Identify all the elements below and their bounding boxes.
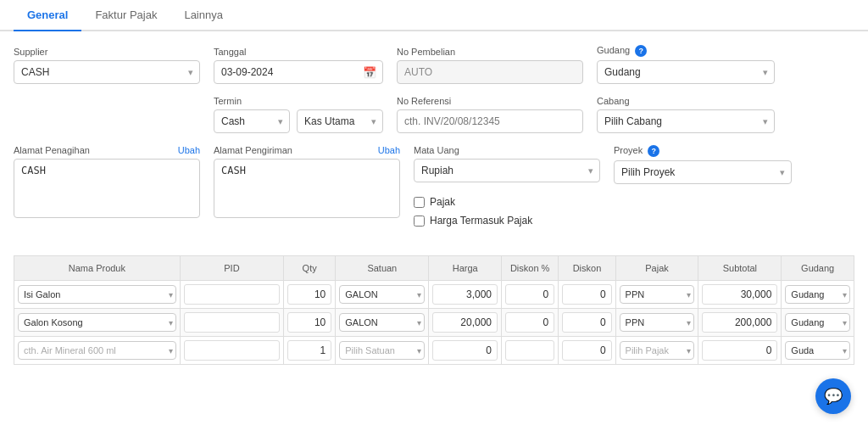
row1-diskon-input[interactable] bbox=[562, 284, 611, 305]
row2-pajak-wrapper[interactable]: PPN bbox=[620, 313, 695, 332]
row1-nama-select-wrapper[interactable]: Isi Galon bbox=[18, 285, 176, 304]
row1-diskon-pct bbox=[502, 281, 559, 309]
row1-diskon-pct-input[interactable] bbox=[505, 284, 554, 305]
alamat-pengiriman-textarea[interactable]: CASH bbox=[214, 159, 400, 218]
row1-pajak-wrapper[interactable]: PPN bbox=[620, 285, 695, 304]
row1-gudang-select[interactable]: Gudang bbox=[785, 285, 850, 304]
row1-harga-input[interactable] bbox=[432, 284, 498, 305]
cabang-group: Cabang Pilih Cabang bbox=[597, 96, 775, 133]
row3-qty-input[interactable] bbox=[287, 340, 331, 361]
row1-gudang-wrapper[interactable]: Gudang bbox=[785, 285, 850, 304]
row3-pajak-wrapper[interactable]: Pilih Pajak bbox=[620, 341, 695, 360]
cabang-select[interactable]: Pilih Cabang bbox=[597, 109, 775, 133]
row3-diskon-input[interactable] bbox=[562, 340, 611, 361]
cabang-select-wrapper[interactable]: Pilih Cabang bbox=[597, 109, 775, 133]
row3-satuan: Pilih Satuan bbox=[336, 337, 429, 365]
table-row: Isi Galon GALON bbox=[14, 281, 854, 309]
form-area: Supplier CASH Tanggal 📅 No Pembelian Gud… bbox=[0, 31, 868, 255]
proyek-label: Proyek ? bbox=[614, 145, 792, 157]
supplier-select[interactable]: CASH bbox=[14, 60, 200, 84]
alamat-penagihan-ubah[interactable]: Ubah bbox=[178, 145, 200, 155]
table-body: Isi Galon GALON bbox=[14, 281, 854, 365]
row1-subtotal bbox=[698, 281, 782, 309]
row3-gudang-select[interactable]: Guda bbox=[785, 341, 850, 360]
tab-general[interactable]: General bbox=[14, 0, 81, 31]
row2-harga-input[interactable] bbox=[432, 312, 498, 333]
termin-account-wrapper[interactable]: Kas Utama bbox=[297, 109, 383, 133]
row3-harga bbox=[429, 337, 502, 365]
row3-satuan-select[interactable]: Pilih Satuan bbox=[339, 341, 425, 360]
row1-satuan-wrapper[interactable]: GALON bbox=[339, 285, 425, 304]
row3-gudang-wrapper[interactable]: Guda bbox=[785, 341, 850, 360]
gudang-group: Gudang ? Gudang bbox=[597, 45, 775, 84]
row2-satuan-wrapper[interactable]: GALON bbox=[339, 313, 425, 332]
row3-nama-select-wrapper[interactable]: cth. Air Mineral 600 ml bbox=[18, 341, 176, 360]
row1-qty-input[interactable] bbox=[287, 284, 331, 305]
table-row: cth. Air Mineral 600 ml Pilih Satuan bbox=[14, 337, 854, 365]
alamat-penagihan-textarea[interactable]: CASH bbox=[14, 159, 200, 218]
alamat-pengiriman-ubah[interactable]: Ubah bbox=[378, 145, 400, 155]
row3-harga-input[interactable] bbox=[432, 340, 498, 361]
termin-type-wrapper[interactable]: Cash bbox=[214, 109, 290, 133]
row2-gudang-select[interactable]: Gudang bbox=[785, 313, 850, 332]
pajak-checkbox[interactable] bbox=[414, 197, 425, 208]
row1-satuan-select[interactable]: GALON bbox=[339, 285, 425, 304]
row2-pid-input[interactable] bbox=[184, 312, 280, 333]
gudang-select-wrapper[interactable]: Gudang bbox=[597, 60, 775, 84]
row3-diskon-pct-input[interactable] bbox=[505, 340, 554, 361]
row2-nama-select[interactable]: Galon Kosong bbox=[18, 313, 176, 332]
row2-diskon-pct-input[interactable] bbox=[505, 312, 554, 333]
proyek-select[interactable]: Pilih Proyek bbox=[614, 160, 792, 184]
row2-nama-select-wrapper[interactable]: Galon Kosong bbox=[18, 313, 176, 332]
tanggal-input[interactable] bbox=[214, 60, 383, 84]
no-pembelian-group: No Pembelian bbox=[397, 47, 583, 84]
tab-faktur-pajak[interactable]: Faktur Pajak bbox=[81, 0, 170, 31]
pajak-row: Pajak Harga Termasuk Pajak bbox=[414, 193, 600, 230]
table-row: Galon Kosong GALON bbox=[14, 309, 854, 337]
col-header-gudang: Gudang bbox=[782, 256, 854, 281]
col-header-satuan: Satuan bbox=[336, 256, 429, 281]
row3-gudang: Guda bbox=[782, 337, 854, 365]
row2-harga bbox=[429, 309, 502, 337]
row2-diskon-input[interactable] bbox=[562, 312, 611, 333]
termin-type-select[interactable]: Cash bbox=[214, 109, 290, 133]
row3-nama-select[interactable]: cth. Air Mineral 600 ml bbox=[18, 341, 176, 360]
row1-pid-input[interactable] bbox=[184, 284, 280, 305]
row1-diskon bbox=[559, 281, 615, 309]
row2-subtotal-input[interactable] bbox=[702, 312, 777, 333]
row3-pid-input[interactable] bbox=[184, 340, 280, 361]
proyek-select-wrapper[interactable]: Pilih Proyek bbox=[614, 160, 792, 184]
row3-subtotal-input[interactable] bbox=[702, 340, 777, 361]
row2-satuan-select[interactable]: GALON bbox=[339, 313, 425, 332]
row1-satuan: GALON bbox=[336, 281, 429, 309]
row3-satuan-wrapper[interactable]: Pilih Satuan bbox=[339, 341, 425, 360]
gudang-label: Gudang ? bbox=[597, 45, 775, 57]
row1-nama-select[interactable]: Isi Galon bbox=[18, 285, 176, 304]
table-header-row: Nama Produk PID Qty Satuan Harga Diskon … bbox=[14, 256, 854, 281]
col-header-diskon: Diskon bbox=[559, 256, 615, 281]
row1-subtotal-input[interactable] bbox=[702, 284, 777, 305]
gudang-select[interactable]: Gudang bbox=[597, 60, 775, 84]
row3-pajak: Pilih Pajak bbox=[615, 337, 698, 365]
mata-uang-select-wrapper[interactable]: Rupiah bbox=[414, 159, 600, 182]
row3-pajak-select[interactable]: Pilih Pajak bbox=[620, 341, 695, 360]
supplier-select-wrapper[interactable]: CASH bbox=[14, 60, 200, 84]
proyek-info-icon[interactable]: ? bbox=[648, 145, 659, 157]
no-referensi-input[interactable] bbox=[397, 109, 583, 133]
row2-subtotal bbox=[698, 309, 782, 337]
tanggal-group: Tanggal 📅 bbox=[214, 47, 383, 84]
tab-lainnya[interactable]: Lainnya bbox=[170, 0, 236, 31]
no-pembelian-input[interactable] bbox=[397, 60, 583, 84]
row2-gudang-wrapper[interactable]: Gudang bbox=[785, 313, 850, 332]
row1-pajak-select[interactable]: PPN bbox=[620, 285, 695, 304]
alamat-pengiriman-label-row: Alamat Pengiriman Ubah bbox=[214, 145, 400, 155]
mata-uang-select[interactable]: Rupiah bbox=[414, 159, 600, 182]
harga-termasuk-pajak-checkbox[interactable] bbox=[414, 216, 425, 227]
harga-termasuk-pajak-group: Harga Termasuk Pajak bbox=[414, 215, 600, 227]
form-row-1: Supplier CASH Tanggal 📅 No Pembelian Gud… bbox=[14, 45, 854, 84]
row2-pajak-select[interactable]: PPN bbox=[620, 313, 695, 332]
row1-pajak: PPN bbox=[615, 281, 698, 309]
termin-account-select[interactable]: Kas Utama bbox=[297, 109, 383, 133]
row2-qty-input[interactable] bbox=[287, 312, 331, 333]
gudang-info-icon[interactable]: ? bbox=[635, 45, 647, 57]
